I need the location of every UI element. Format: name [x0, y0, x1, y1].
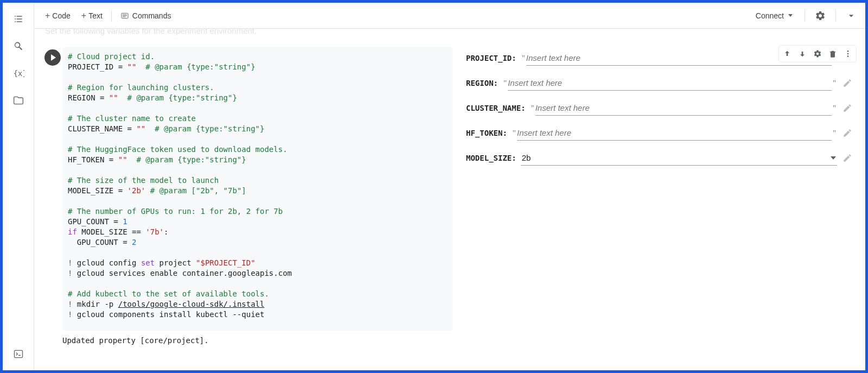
- add-text-button[interactable]: +Text: [76, 9, 108, 23]
- cell-action-row: [778, 45, 857, 62]
- connect-button[interactable]: Connect: [750, 8, 798, 23]
- svg-text:{x}: {x}: [13, 69, 24, 78]
- cell-settings-button[interactable]: [810, 47, 825, 61]
- edit-param-icon[interactable]: [840, 76, 854, 90]
- cell-move-down-button[interactable]: [795, 47, 809, 61]
- commands-label: Commands: [132, 11, 171, 20]
- svg-point-4: [847, 53, 849, 55]
- toolbar-separator-3: [835, 10, 836, 22]
- notebook-content: Set the following variables for the expe…: [34, 29, 865, 370]
- code-editor[interactable]: # Cloud project id.PROJECT_ID = "" # @pa…: [62, 47, 453, 331]
- chevron-down-icon: [788, 14, 793, 17]
- param-label: MODEL_SIZE:: [466, 154, 516, 162]
- param-row: HF_TOKEN:"": [466, 125, 854, 141]
- cell-move-up-button[interactable]: [780, 47, 794, 61]
- param-label: PROJECT_ID:: [466, 54, 516, 62]
- toolbar-separator: [111, 10, 112, 22]
- left-sidebar: {x}: [3, 3, 34, 370]
- add-code-label: Code: [52, 11, 70, 20]
- params-form: PROJECT_ID:""REGION:""CLUSTER_NAME:""HF_…: [453, 47, 857, 331]
- run-cell-button[interactable]: [44, 49, 61, 66]
- svg-point-3: [847, 50, 849, 52]
- run-gutter: [43, 47, 62, 331]
- folder-icon[interactable]: [8, 90, 29, 111]
- param-select[interactable]: 2b: [521, 150, 837, 166]
- connect-label: Connect: [756, 11, 784, 20]
- edit-param-icon[interactable]: [840, 101, 854, 115]
- param-input[interactable]: [517, 128, 832, 137]
- param-input[interactable]: [535, 103, 832, 112]
- top-toolbar: +Code +Text Commands Connect: [34, 3, 865, 29]
- param-label: CLUSTER_NAME:: [466, 104, 526, 112]
- code-cell: # Cloud project id.PROJECT_ID = "" # @pa…: [43, 47, 857, 331]
- commands-button[interactable]: Commands: [115, 9, 177, 22]
- chevron-down-icon: [831, 156, 836, 160]
- param-row: MODEL_SIZE:2b: [466, 150, 854, 166]
- cell-output: Updated property [core/project].: [62, 336, 857, 345]
- param-label: HF_TOKEN:: [466, 129, 507, 137]
- add-text-label: Text: [88, 11, 103, 20]
- expand-panel-button[interactable]: [843, 7, 860, 24]
- add-code-button[interactable]: +Code: [40, 9, 76, 23]
- prior-text-cell: Set the following variables for the expe…: [45, 29, 257, 35]
- cell-more-button[interactable]: [841, 47, 855, 61]
- toc-icon[interactable]: [8, 8, 29, 30]
- param-input[interactable]: [508, 78, 832, 87]
- param-label: REGION:: [466, 79, 498, 87]
- cell-delete-button[interactable]: [826, 47, 840, 61]
- terminal-icon[interactable]: [8, 343, 29, 365]
- param-row: REGION:"": [466, 75, 854, 91]
- param-row: CLUSTER_NAME:"": [466, 100, 854, 116]
- variables-icon[interactable]: {x}: [8, 62, 29, 84]
- svg-rect-1: [14, 350, 22, 357]
- edit-param-icon[interactable]: [840, 151, 854, 165]
- search-icon[interactable]: [8, 35, 29, 57]
- svg-point-5: [847, 55, 849, 57]
- edit-param-icon[interactable]: [840, 126, 854, 140]
- toolbar-separator-2: [805, 10, 805, 22]
- settings-button[interactable]: [812, 7, 829, 24]
